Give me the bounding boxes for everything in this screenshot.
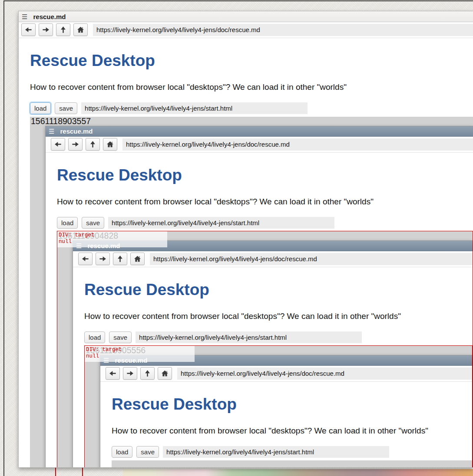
forward-button[interactable]: [68, 138, 83, 151]
window-rescue-md-nested: ☰ rescue.md: [100, 355, 472, 468]
forward-button[interactable]: [123, 367, 137, 380]
back-button[interactable]: [78, 253, 93, 265]
back-button[interactable]: [21, 23, 36, 36]
save-button[interactable]: save: [109, 332, 132, 343]
window-title: rescue.md: [33, 13, 66, 20]
home-icon: [76, 26, 85, 34]
probe-value-label: null: [59, 239, 167, 245]
desktop-wallpaper: [123, 469, 473, 476]
load-button[interactable]: load: [30, 102, 51, 114]
up-button[interactable]: [140, 367, 155, 380]
forward-button[interactable]: [39, 23, 53, 36]
embedded-desktop-frame-inspected: 1561118905556 DIV: target null ☰: [84, 345, 473, 468]
page-title: Rescue Desktop: [30, 52, 473, 69]
inspection-border-overflow: [55, 468, 56, 476]
load-save-row: load save: [30, 102, 473, 115]
target-url-input[interactable]: [163, 446, 389, 458]
timestamp: 1561118903557: [30, 117, 473, 126]
up-icon: [89, 140, 97, 148]
up-icon: [143, 369, 152, 378]
up-icon: [116, 255, 124, 263]
window-rescue-md: ☰ rescue.md Rescue Desktop How to recove…: [18, 11, 473, 468]
probe-target-label: DIV: target: [59, 232, 167, 239]
url-bar[interactable]: [177, 368, 472, 380]
home-button[interactable]: [103, 138, 117, 151]
home-button[interactable]: [158, 367, 172, 380]
up-button[interactable]: [113, 253, 127, 265]
document-content: Rescue Desktop How to recover content fr…: [100, 382, 472, 468]
embedded-desktop-frame: 1561118903557 ☰ rescue.md Rescue Desktop…: [30, 117, 473, 468]
probe-value-label: null: [86, 353, 195, 360]
forward-icon: [99, 255, 107, 263]
page-title: Rescue Desktop: [57, 167, 473, 184]
page-description: How to recover content from browser loca…: [84, 312, 473, 321]
up-button[interactable]: [56, 23, 70, 36]
load-save-row: load save: [84, 331, 473, 344]
forward-icon: [71, 140, 79, 148]
nav-toolbar: [100, 366, 472, 382]
back-button[interactable]: [106, 367, 120, 380]
forward-button[interactable]: [96, 253, 110, 265]
save-button[interactable]: save: [55, 102, 77, 114]
window-rescue-md-nested: ☰ rescue.md Rescue Desk: [73, 240, 473, 468]
target-url-input[interactable]: [136, 332, 362, 343]
forward-icon: [42, 26, 50, 34]
back-icon: [24, 26, 33, 34]
inspection-overlay: DIV: target null: [85, 346, 195, 362]
target-url-input[interactable]: [81, 102, 308, 114]
back-icon: [54, 140, 62, 148]
home-icon: [133, 255, 142, 263]
load-button[interactable]: load: [57, 217, 78, 229]
home-button[interactable]: [73, 23, 88, 36]
url-bar[interactable]: [122, 138, 473, 151]
page-description: How to recover content from browser loca…: [30, 82, 473, 92]
embedded-desktop-frame: [112, 460, 472, 468]
url-bar[interactable]: [150, 253, 473, 265]
document-content: Rescue Desktop How to recover content fr…: [46, 153, 473, 468]
probe-target-label: DIV: target: [86, 347, 195, 353]
nav-toolbar: [73, 251, 473, 267]
document-content: Rescue Desktop How to recover content fr…: [73, 267, 473, 468]
home-button[interactable]: [130, 253, 145, 265]
home-icon: [106, 140, 114, 148]
up-button[interactable]: [86, 138, 100, 151]
menu-icon[interactable]: ☰: [22, 13, 27, 20]
url-bar[interactable]: [93, 24, 473, 36]
inspection-border-overflow: [82, 468, 83, 476]
window-titlebar[interactable]: ☰ rescue.md: [19, 11, 473, 22]
menu-icon[interactable]: ☰: [49, 128, 54, 135]
inspection-overlay: DIV: target null: [57, 231, 167, 247]
window-rescue-md-nested: ☰ rescue.md Rescue Desktop How to recove…: [45, 126, 473, 468]
back-icon: [81, 255, 89, 263]
window-titlebar[interactable]: ☰ rescue.md: [46, 126, 473, 137]
save-button[interactable]: save: [82, 217, 104, 229]
back-icon: [109, 369, 117, 378]
load-save-row: load save: [57, 216, 473, 230]
home-icon: [161, 369, 169, 378]
load-save-row: load save: [112, 445, 472, 459]
page-description: How to recover content from browser loca…: [112, 426, 472, 436]
nav-toolbar: [19, 22, 473, 38]
up-icon: [59, 26, 67, 34]
page-title: Rescue Desktop: [84, 281, 473, 299]
back-button[interactable]: [51, 138, 65, 151]
save-button[interactable]: save: [136, 446, 159, 458]
document-content: Rescue Desktop How to recover content fr…: [19, 38, 473, 468]
nav-toolbar: [46, 137, 473, 153]
window-title: rescue.md: [60, 128, 93, 135]
embedded-desktop-frame-inspected: 1561118904828 DIV: target null ☰ rescue.…: [57, 231, 473, 468]
page-title: Rescue Desktop: [112, 396, 472, 413]
target-url-input[interactable]: [108, 217, 334, 229]
load-button[interactable]: load: [84, 332, 105, 343]
forward-icon: [126, 369, 134, 378]
page-description: How to recover content from browser loca…: [57, 197, 473, 207]
load-button[interactable]: load: [112, 446, 132, 458]
